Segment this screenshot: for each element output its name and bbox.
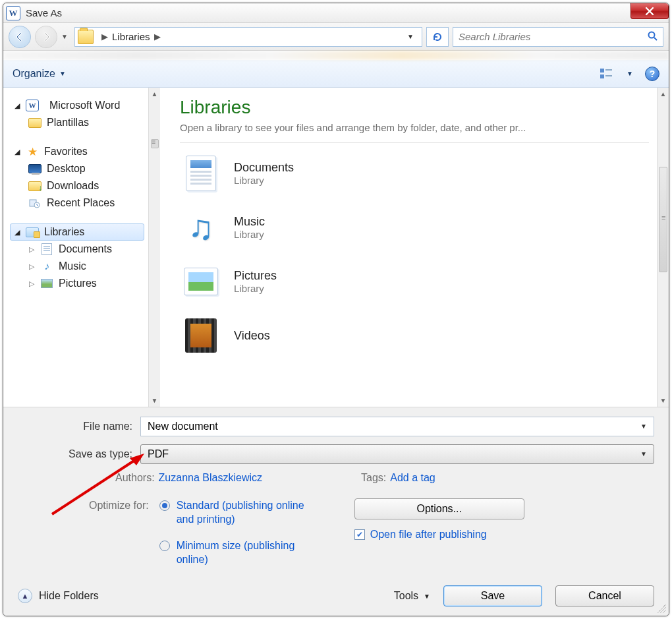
svg-rect-1 [600,69,604,73]
checkbox-label: Open file after publishing [370,529,487,541]
breadcrumb-separator-icon: ▶ [101,32,108,42]
star-icon: ★ [26,146,39,158]
search-input[interactable] [459,31,647,42]
options-button[interactable]: Options... [354,498,524,519]
scroll-up-icon[interactable]: ▲ [658,88,669,100]
scroll-thumb[interactable] [151,139,159,148]
address-bar[interactable]: ▶ Libraries ▶ ▼ [74,27,422,47]
view-options-button[interactable] [600,68,615,80]
svg-rect-2 [600,74,604,78]
folder-icon [28,118,42,128]
tree-item-libraries[interactable]: ◢ Libraries [10,223,144,241]
organize-label: Organize [13,68,55,80]
expander-icon[interactable]: ◢ [14,228,20,237]
arrow-right-icon [41,32,51,42]
pictures-icon [184,268,218,295]
item-type: Library [234,229,265,240]
back-button[interactable] [9,26,31,48]
refresh-button[interactable] [426,27,449,47]
content-subtitle: Open a library to see your files and arr… [180,122,649,133]
expander-icon[interactable]: ▷ [28,280,35,288]
radio-standard[interactable]: Standard (publishing online and printing… [159,498,315,527]
open-after-checkbox[interactable]: ✔ Open file after publishing [354,529,524,541]
tree-label: Recent Places [47,197,115,209]
recent-locations-dropdown[interactable]: ▼ [61,33,70,40]
type-value: PDF [148,448,169,460]
search-box[interactable] [453,27,663,47]
tree-label: Pictures [59,278,97,289]
content-title: Libraries [180,97,649,118]
optimize-label: Optimize for: [89,498,149,567]
radio-minimum[interactable]: Minimum size (publishing online) [159,539,315,567]
form-area: File name: New document ▼ Save as type: … [3,407,669,616]
expander-icon[interactable]: ◢ [14,102,20,110]
chevron-down-icon[interactable]: ▼ [640,423,647,430]
tree-item-favorites[interactable]: ◢ ★ Favorites [10,143,144,160]
scroll-thumb[interactable] [659,167,667,272]
tree-item-music[interactable]: ▷ ♪ Music [24,258,144,275]
help-button[interactable]: ? [645,67,659,81]
filename-combobox[interactable]: New document ▼ [140,417,654,436]
organize-menu[interactable]: Organize ▼ [13,68,66,80]
expander-icon[interactable]: ◢ [14,148,20,156]
tags-value[interactable]: Add a tag [390,472,435,484]
cancel-button[interactable]: Cancel [555,585,654,606]
resize-grip[interactable] [657,604,666,613]
item-name: Videos [234,329,270,343]
tree-item-downloads[interactable]: Downloads [24,177,144,194]
expander-icon[interactable]: ▷ [28,245,35,254]
tree-item-recent[interactable]: Recent Places [24,194,144,212]
save-button[interactable]: Save [443,585,542,606]
tree-label: Music [59,260,86,272]
svg-rect-4 [605,75,612,76]
documents-icon [186,156,216,191]
view-dropdown[interactable]: ▼ [627,70,633,77]
list-item[interactable]: Documents Library [180,155,649,192]
word-icon: W [6,6,20,20]
search-icon[interactable] [647,30,658,43]
chevron-down-icon[interactable]: ▼ [640,450,647,457]
scroll-up-icon[interactable]: ▲ [149,88,160,100]
item-type: Library [234,175,294,186]
breadcrumb-separator-icon[interactable]: ▶ [154,32,161,42]
expander-icon[interactable]: ▷ [28,262,35,271]
tree-item-pictures[interactable]: ▷ Pictures [24,275,144,292]
navigation-pane: ◢ W Microsoft Word Plantillas ◢ ★ [3,88,160,407]
tree-label: Plantillas [47,117,89,129]
nav-scrollbar[interactable]: ▲ ▼ [148,88,160,407]
scroll-down-icon[interactable]: ▼ [658,395,669,407]
svg-point-0 [649,32,655,38]
breadcrumb[interactable]: Libraries [112,31,150,42]
save-as-type-combobox[interactable]: PDF ▼ [140,444,654,464]
save-as-dialog: W Save As ▼ ▶ Libraries ▶ ▼ [3,3,669,616]
forward-button[interactable] [35,26,57,48]
item-name: Documents [234,161,294,175]
tags-label: Tags: [361,472,386,484]
list-item[interactable]: ♫ Music Library [180,209,649,246]
window-title: Save As [26,7,62,18]
body: ◢ W Microsoft Word Plantillas ◢ ★ [3,88,669,407]
address-dropdown[interactable]: ▼ [402,33,419,40]
pictures-icon [41,279,53,288]
list-item[interactable]: Pictures Library [180,263,649,300]
downloads-icon [28,181,42,191]
close-button[interactable] [630,3,669,19]
tree-item-plantillas[interactable]: Plantillas [24,114,144,131]
tree-label: Documents [59,243,112,255]
tree-label: Desktop [47,163,86,175]
item-type: Library [234,283,277,294]
authors-value[interactable]: Zuzanna Blaszkiewicz [159,472,262,484]
filename-value: New document [148,421,218,432]
list-item[interactable]: Videos [180,317,649,354]
arrow-left-icon [14,32,25,42]
content-scrollbar[interactable]: ▲ ▼ [657,88,669,407]
tools-menu[interactable]: Tools ▼ [394,590,430,602]
close-icon [645,7,654,16]
scroll-down-icon[interactable]: ▼ [149,395,160,407]
hide-folders-button[interactable]: ▲ Hide Folders [18,589,99,603]
radio-icon [159,500,170,511]
tree-item-documents[interactable]: ▷ Documents [24,241,144,258]
svg-rect-3 [605,69,612,71]
tree-item-desktop[interactable]: Desktop [24,160,144,177]
tree-item-word[interactable]: ◢ W Microsoft Word [10,97,144,114]
